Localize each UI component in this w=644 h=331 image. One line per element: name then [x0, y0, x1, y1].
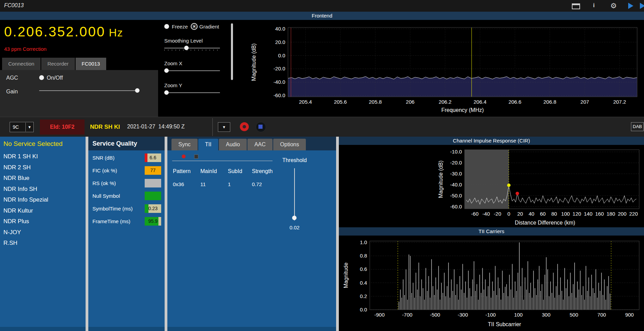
- tii-carriers-plot[interactable]: 1.00.80.60.40.20.0-900-700-500-300-10010…: [339, 236, 644, 331]
- svg-text:20.0: 20.0: [275, 39, 285, 45]
- svg-text:100: 100: [561, 211, 570, 217]
- service-item[interactable]: R.SH: [3, 238, 86, 249]
- tuner-settings-panel: AGC On/Off Gain: [0, 70, 158, 117]
- col-strength: Strength: [252, 168, 273, 174]
- tab-audio[interactable]: Audio: [219, 139, 247, 150]
- ensemble-toolbar: 9C ▼ EId: 10F2 NDR SH KI 2021-01-27 14:4…: [0, 117, 644, 137]
- tab-connection[interactable]: Connection: [2, 58, 41, 70]
- svg-text:205.6: 205.6: [334, 99, 347, 105]
- quality-indicator: 6.6: [145, 153, 161, 162]
- service-item[interactable]: NDR 2 SH: [3, 162, 86, 173]
- record-button[interactable]: [240, 122, 249, 131]
- cir-freeze-radio[interactable]: [344, 151, 348, 156]
- tii-status-dot-icon: [182, 155, 186, 158]
- svg-text:-100: -100: [486, 312, 496, 318]
- stop-button[interactable]: [256, 122, 266, 132]
- window-layout-icon[interactable]: [572, 3, 580, 9]
- quality-indicator: 0.23: [145, 204, 161, 213]
- splitter[interactable]: [165, 137, 167, 331]
- cell-subid: 1: [228, 181, 231, 187]
- spectrum-plot[interactable]: 40.020.00.0-20.0-40.0-60.0205.4205.6205.…: [237, 20, 644, 117]
- datetime-label: 2021-01-27 14:49:50 Z: [127, 124, 185, 130]
- tab-options[interactable]: Options: [273, 139, 306, 150]
- svg-text:-40.0: -40.0: [450, 182, 462, 187]
- zoom-x-slider[interactable]: [164, 68, 220, 73]
- freeze-label: Freeze: [172, 24, 188, 30]
- freeze-radio[interactable]: [164, 24, 169, 29]
- gradient-radio[interactable]: ✕: [191, 23, 198, 30]
- scrollbar[interactable]: [231, 23, 233, 80]
- agc-radio[interactable]: [39, 75, 44, 80]
- col-pattern: Pattern: [173, 168, 191, 174]
- cir-gradient-radio[interactable]: [374, 151, 379, 156]
- cir-freeze-label: Freeze: [351, 151, 367, 157]
- gradient-label: Gradient: [199, 24, 219, 30]
- svg-text:-60.0: -60.0: [274, 92, 285, 98]
- smoothing-slider[interactable]: [164, 45, 220, 51]
- svg-text:206: 206: [406, 99, 414, 105]
- cir-gradient-label: Gradient: [381, 151, 401, 157]
- recorder-dropdown[interactable]: ▼: [218, 122, 230, 132]
- service-item[interactable]: NDR Info Spezial: [3, 194, 86, 205]
- service-item[interactable]: NDR Blue: [3, 173, 86, 184]
- spectrum-control-panel: Freeze ✕ Gradient Smoothing Level Zoom X…: [158, 20, 237, 117]
- zoom-y-slider[interactable]: [164, 90, 220, 95]
- cir-smoothing-slider[interactable]: [344, 172, 398, 178]
- tab-aac[interactable]: AAC: [247, 139, 273, 150]
- svg-text:500: 500: [570, 312, 578, 318]
- svg-text:0.8: 0.8: [360, 253, 367, 259]
- hscrollbar-track[interactable]: [0, 327, 86, 331]
- gain-slider[interactable]: [39, 88, 140, 93]
- quality-label: FIC (ok %): [92, 168, 117, 173]
- service-item[interactable]: N-JOY: [3, 227, 86, 238]
- splitter[interactable]: [86, 137, 88, 331]
- tii-carriers-header: TII Carriers: [339, 227, 644, 236]
- service-item[interactable]: NDR Info SH: [3, 184, 86, 195]
- quality-label: SymbolTime (ms): [92, 206, 133, 212]
- tii-status-square-icon: [194, 155, 198, 159]
- agc-label: AGC: [6, 75, 18, 81]
- svg-text:60: 60: [540, 211, 546, 217]
- selected-service-label: No Service Selected: [3, 140, 63, 148]
- channel-select[interactable]: 9C ▼: [10, 122, 34, 132]
- svg-text:140: 140: [584, 211, 592, 217]
- hscrollbar-track[interactable]: [167, 327, 336, 331]
- ensemble-id-badge: EId: 10F2: [40, 119, 85, 135]
- cir-zoom-y-slider[interactable]: [344, 214, 398, 219]
- tab-recorder[interactable]: Recorder: [41, 58, 75, 70]
- svg-text:1.0: 1.0: [360, 239, 367, 245]
- svg-text:120: 120: [573, 211, 581, 217]
- service-quality-panel: Service Quality SNR (dB) 6.6 FIC (ok %) …: [88, 137, 165, 331]
- hscrollbar-track[interactable]: [88, 327, 165, 331]
- threshold-slider[interactable]: [292, 168, 297, 220]
- quality-indicator: [145, 192, 161, 200]
- tab-sync[interactable]: Sync: [171, 139, 198, 150]
- svg-text:160: 160: [595, 211, 604, 217]
- frequency-panel: 0.206.352.000Hz 43 ppm Correction Connec…: [0, 20, 158, 117]
- svg-text:-500: -500: [430, 312, 440, 318]
- service-item[interactable]: NDR Kultur: [3, 205, 86, 216]
- play-icon-secondary[interactable]: [640, 3, 644, 9]
- splitter[interactable]: [336, 137, 339, 331]
- tab-tii[interactable]: TII: [198, 139, 219, 150]
- info-icon[interactable]: i: [592, 2, 596, 9]
- settings-gear-icon[interactable]: ⚙: [610, 2, 617, 10]
- cir-section: Freeze Gradient Smoothing Level Zoom X Z…: [339, 145, 644, 227]
- svg-text:0.2: 0.2: [360, 293, 367, 299]
- svg-text:206.2: 206.2: [438, 99, 452, 105]
- tab-fc0013[interactable]: FC0013: [76, 58, 106, 70]
- quality-label: Null Symbol: [92, 193, 120, 199]
- frontend-section-header: Frontend: [0, 12, 644, 20]
- cir-zoom-x-slider[interactable]: [344, 194, 398, 200]
- svg-text:-300: -300: [458, 312, 468, 318]
- cir-header: Channel Impulse Response (CIR): [339, 137, 644, 145]
- svg-text:100: 100: [514, 312, 523, 318]
- play-icon[interactable]: [628, 3, 633, 9]
- ppm-correction-label: 43 ppm Correction: [4, 46, 46, 52]
- svg-text:40: 40: [529, 211, 534, 217]
- cir-smoothing-label: Smoothing Level: [344, 165, 382, 171]
- service-item[interactable]: NDR 1 SH KI: [3, 151, 86, 162]
- chevron-down-icon: ▼: [25, 123, 33, 132]
- service-item[interactable]: NDR Plus: [3, 216, 86, 227]
- app-window: FC0013 i ⚙ Frontend 0.206.352.000Hz 43 p…: [0, 0, 644, 331]
